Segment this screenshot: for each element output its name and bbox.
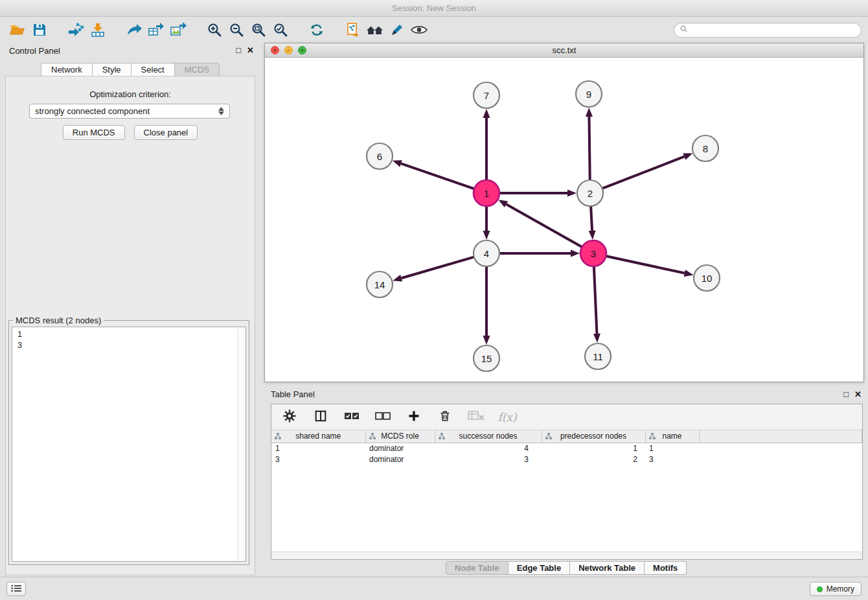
graph-edge-2-3[interactable] [591, 206, 592, 231]
graph-node-label: 6 [377, 151, 382, 162]
table-settings-button[interactable] [280, 408, 299, 426]
zoom-in-icon [207, 22, 222, 38]
minimize-window-icon[interactable]: − [284, 46, 293, 54]
open-folder-button[interactable] [6, 19, 29, 40]
network-graph[interactable]: 7968124314101511 [265, 58, 863, 382]
open-folder-icon [9, 22, 26, 38]
graph-edge-arrowhead [483, 109, 490, 118]
search-box[interactable] [674, 23, 862, 38]
column-header-predecessor-nodes[interactable]: predecessor nodes [542, 430, 645, 443]
function-builder-button[interactable]: f(x) [498, 408, 516, 426]
close-panel-button[interactable]: Close panel [134, 125, 198, 140]
network-window-title: scc.txt [553, 45, 577, 55]
memory-label: Memory [827, 584, 854, 594]
delete-column-button[interactable] [436, 408, 454, 426]
table-cell: 1 [542, 443, 645, 454]
table-horizontal-scrollbar[interactable] [271, 551, 862, 559]
refresh-button[interactable] [306, 19, 328, 40]
style-brush-icon [389, 22, 405, 38]
import-network-icon [67, 22, 84, 38]
criterion-value: strongly connected component [35, 106, 150, 116]
style-brush-button[interactable] [386, 19, 408, 40]
home-icon [366, 22, 384, 38]
share-network-button[interactable] [123, 19, 145, 40]
column-header-successor-nodes[interactable]: successor nodes [435, 430, 542, 443]
tab-network[interactable]: Network [41, 63, 93, 76]
zoom-selected-button[interactable] [269, 19, 291, 40]
delete-table-button[interactable] [467, 408, 485, 426]
float-panel-icon[interactable]: □ [236, 45, 241, 56]
network-window-titlebar[interactable]: × − + scc.txt [265, 43, 863, 58]
column-header-shared-name[interactable]: shared name [271, 430, 365, 443]
close-table-panel-icon[interactable]: ✕ [854, 389, 862, 400]
refresh-icon [309, 22, 325, 38]
graph-edge-4-14[interactable] [402, 257, 474, 279]
tab-node-table[interactable]: Node Table [446, 561, 508, 575]
graph-node-label: 15 [481, 353, 492, 364]
import-table-button[interactable] [87, 19, 109, 40]
float-table-panel-icon[interactable]: □ [843, 389, 849, 400]
open-network-file-button[interactable] [342, 19, 364, 40]
network-view-window: × − + scc.txt 7968124314101511 [264, 43, 864, 382]
memory-status-icon [817, 586, 823, 592]
task-history-button[interactable] [6, 582, 26, 596]
table-header-row: shared name MCDS role successor nodes pr… [271, 430, 862, 443]
network-canvas[interactable]: 7968124314101511 [265, 58, 863, 382]
tab-select[interactable]: Select [131, 63, 175, 76]
criterion-select[interactable]: strongly connected component [29, 104, 230, 119]
tab-mcds[interactable]: MCDS [175, 63, 220, 76]
graph-node-label: 1 [484, 188, 489, 199]
close-window-icon[interactable]: × [271, 46, 279, 54]
graph-edge-3-10[interactable] [606, 256, 685, 273]
import-network-button[interactable] [65, 19, 87, 40]
show-graphics-button[interactable] [408, 19, 430, 40]
table-toolbar: f(x) [271, 404, 862, 430]
export-network-table-button[interactable] [145, 19, 167, 40]
graph-edge-arrowhead [593, 334, 600, 343]
column-header-mcds-role[interactable]: MCDS role [365, 430, 435, 443]
memory-button[interactable]: Memory [810, 582, 862, 596]
result-scrollbar[interactable] [237, 327, 246, 561]
column-type-icon [274, 432, 282, 442]
save-button[interactable] [29, 19, 51, 40]
graph-edge-3-11[interactable] [594, 266, 597, 334]
table-row[interactable]: 1dominator411 [271, 443, 862, 454]
export-image-button[interactable] [167, 19, 189, 40]
mcds-result-box: 1 3 [12, 327, 246, 562]
graph-edge-2-9[interactable] [589, 117, 589, 180]
tab-edge-table[interactable]: Edge Table [508, 561, 570, 575]
select-all-columns-button[interactable] [343, 408, 361, 426]
graph-edge-3-1[interactable] [506, 204, 582, 247]
graph-edge-2-8[interactable] [602, 157, 685, 189]
deselect-all-columns-button[interactable] [374, 408, 392, 426]
table-row[interactable]: 3dominator323 [271, 454, 862, 465]
show-column-browser-button[interactable] [312, 408, 330, 426]
mcds-panel-body: Optimization criterion: strongly connect… [5, 76, 255, 575]
create-column-button[interactable] [405, 408, 423, 426]
session-titlebar: Session: New Session [0, 0, 868, 17]
tab-style[interactable]: Style [93, 63, 131, 76]
graph-edge-arrowhead [483, 231, 490, 240]
graph-edge-arrowhead [586, 108, 593, 117]
graph-edge-1-6[interactable] [401, 163, 474, 189]
zoom-out-button[interactable] [225, 19, 247, 40]
eye-icon [410, 22, 428, 38]
zoom-in-button[interactable] [203, 19, 225, 40]
session-title: Session: New Session [392, 3, 475, 13]
tab-network-table[interactable]: Network Table [570, 561, 645, 575]
maximize-window-icon[interactable]: + [298, 46, 306, 54]
run-mcds-button[interactable]: Run MCDS [63, 125, 125, 140]
zoom-selected-icon [273, 22, 288, 38]
export-network-table-icon [148, 22, 165, 38]
graph-edge-arrowhead [684, 270, 694, 277]
zoom-out-icon [229, 22, 244, 38]
column-header-name[interactable]: name [645, 430, 699, 443]
search-input[interactable] [691, 25, 856, 34]
zoom-fit-button[interactable] [247, 19, 269, 40]
share-network-icon [126, 22, 143, 38]
table-panel-box: f(x) shared name MCDS role successor nod… [271, 404, 863, 560]
close-panel-icon[interactable]: ✕ [247, 45, 254, 56]
home-button[interactable] [364, 19, 386, 40]
table-cell-filler [699, 443, 862, 454]
tab-motifs[interactable]: Motifs [645, 561, 687, 575]
